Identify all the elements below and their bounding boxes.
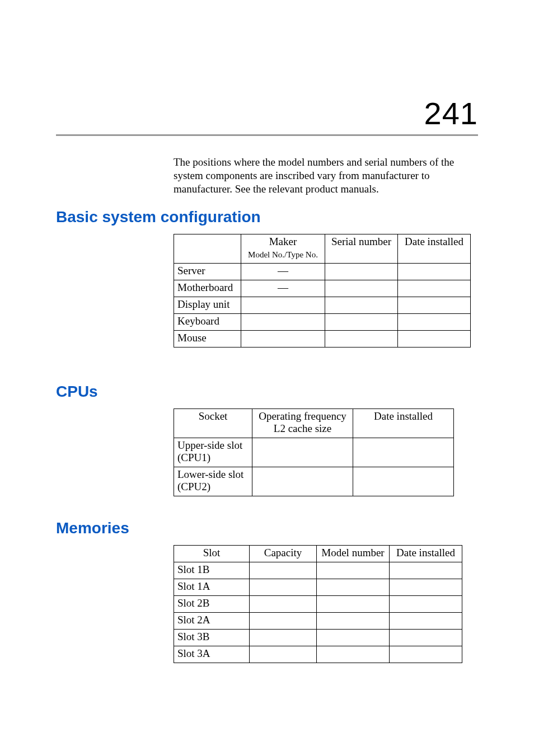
row-model (317, 613, 390, 630)
row-date (398, 331, 471, 348)
table-row: Mouse (174, 331, 471, 348)
header-serial: Serial number (325, 234, 398, 264)
row-label-line2: (CPU2) (177, 481, 210, 492)
header-date: Date installed (353, 409, 454, 438)
table-row: Keyboard (174, 314, 471, 331)
row-date (398, 314, 471, 331)
row-capacity (250, 562, 317, 579)
table-header-row: Maker Model No./Type No. Serial number D… (174, 234, 471, 264)
row-date (390, 646, 462, 663)
row-serial (325, 297, 398, 314)
row-label: Server (174, 264, 241, 280)
header-date: Date installed (398, 234, 471, 264)
row-date (390, 630, 462, 646)
row-label: Slot 3A (174, 646, 250, 663)
intro-paragraph: The positions where the model numbers an… (174, 156, 478, 195)
row-maker (241, 297, 325, 314)
table-row: Motherboard — (174, 280, 471, 297)
row-label-line1: Upper-side slot (177, 439, 242, 451)
row-date (353, 467, 454, 496)
row-label: Slot 2A (174, 613, 250, 630)
row-capacity (250, 630, 317, 646)
row-label-line2: (CPU1) (177, 452, 210, 463)
row-label: Display unit (174, 297, 241, 314)
header-maker-line1: Maker (269, 236, 297, 247)
row-model (317, 579, 390, 596)
row-label: Motherboard (174, 280, 241, 297)
table-memories: Slot Capacity Model number Date installe… (174, 545, 462, 663)
table-row: Slot 2B (174, 596, 462, 613)
table-header-row: Socket Operating frequency L2 cache size… (174, 409, 454, 438)
header-freq: Operating frequency L2 cache size (252, 409, 353, 438)
table-header-row: Slot Capacity Model number Date installe… (174, 546, 462, 562)
row-date (398, 264, 471, 280)
header-freq-line2: L2 cache size (274, 422, 331, 434)
row-date (398, 280, 471, 297)
table-row: Slot 1A (174, 579, 462, 596)
row-label: Keyboard (174, 314, 241, 331)
header-maker-line2: Model No./Type No. (248, 250, 318, 259)
table-row: Slot 3B (174, 630, 462, 646)
row-date (390, 613, 462, 630)
row-serial (325, 264, 398, 280)
row-maker: — (241, 264, 325, 280)
row-capacity (250, 579, 317, 596)
table-row: Slot 1B (174, 562, 462, 579)
table-row: Slot 2A (174, 613, 462, 630)
row-capacity (250, 596, 317, 613)
header-slot: Slot (174, 546, 250, 562)
row-model (317, 562, 390, 579)
row-maker (241, 331, 325, 348)
row-label: Lower-side slot (CPU2) (174, 467, 252, 496)
row-date (390, 579, 462, 596)
section-title-basic: Basic system configuration (56, 208, 261, 226)
row-label-line1: Lower-side slot (177, 468, 243, 480)
row-model (317, 630, 390, 646)
table-cpus: Socket Operating frequency L2 cache size… (174, 408, 454, 496)
table-row: Server — (174, 264, 471, 280)
header-maker: Maker Model No./Type No. (241, 234, 325, 264)
row-freq (252, 438, 353, 467)
row-label: Slot 3B (174, 630, 250, 646)
table-row: Slot 3A (174, 646, 462, 663)
header-rule (56, 134, 478, 136)
section-title-memories: Memories (56, 519, 129, 537)
row-capacity (250, 646, 317, 663)
row-date (390, 596, 462, 613)
table-row: Display unit (174, 297, 471, 314)
row-label: Slot 1A (174, 579, 250, 596)
row-date (390, 562, 462, 579)
row-label: Upper-side slot (CPU1) (174, 438, 252, 467)
section-title-cpus: CPUs (56, 383, 98, 401)
row-model (317, 596, 390, 613)
header-empty (174, 234, 241, 264)
header-model: Model number (317, 546, 390, 562)
row-label: Mouse (174, 331, 241, 348)
row-capacity (250, 613, 317, 630)
row-date (398, 297, 471, 314)
row-date (353, 438, 454, 467)
header-date: Date installed (390, 546, 462, 562)
table-row: Lower-side slot (CPU2) (174, 467, 454, 496)
row-maker: — (241, 280, 325, 297)
header-socket: Socket (174, 409, 252, 438)
row-maker (241, 314, 325, 331)
header-capacity: Capacity (250, 546, 317, 562)
table-row: Upper-side slot (CPU1) (174, 438, 454, 467)
row-serial (325, 331, 398, 348)
header-freq-line1: Operating frequency (259, 410, 346, 422)
page-number: 241 (424, 95, 478, 132)
table-basic-system: Maker Model No./Type No. Serial number D… (174, 234, 471, 348)
row-serial (325, 280, 398, 297)
row-freq (252, 467, 353, 496)
row-serial (325, 314, 398, 331)
row-label: Slot 1B (174, 562, 250, 579)
row-model (317, 646, 390, 663)
row-label: Slot 2B (174, 596, 250, 613)
page: 241 The positions where the model number… (0, 0, 534, 756)
